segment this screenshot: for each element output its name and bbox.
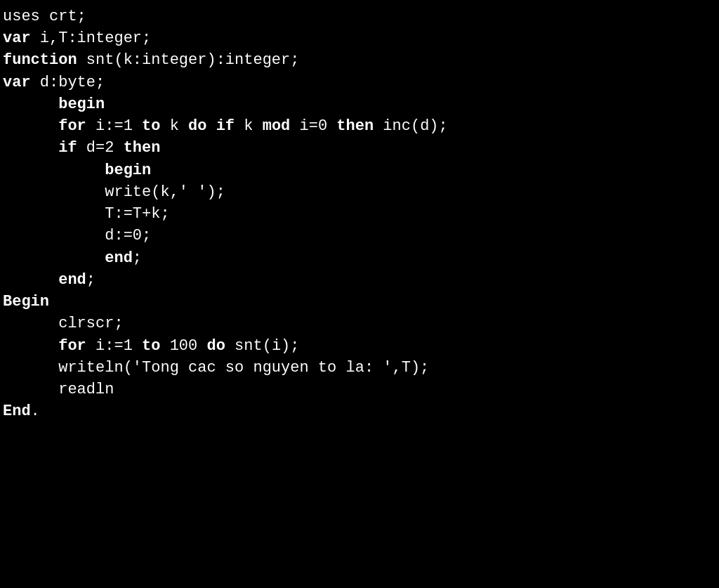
code-line-6: for i:=1 to k do if k mod i=0 then inc(d… <box>3 115 716 137</box>
code-line-4: var d:byte; <box>3 72 716 93</box>
code-line-19: End. <box>3 400 716 422</box>
code-editor: uses crt; var i,T:integer; function snt(… <box>0 0 719 588</box>
code-line-3: function snt(k:integer):integer; <box>3 49 716 71</box>
code-line-9: write(k,' '); <box>3 181 716 203</box>
code-line-11: d:=0; <box>3 225 716 247</box>
code-line-13: end; <box>3 269 716 291</box>
code-line-7: if d=2 then <box>3 137 716 159</box>
code-line-18: readln <box>3 379 716 400</box>
code-line-5: begin <box>3 93 716 115</box>
code-line-16: for i:=1 to 100 do snt(i); <box>3 335 716 357</box>
code-line-2: var i,T:integer; <box>3 27 716 49</box>
code-line-12: end; <box>3 247 716 269</box>
code-line-1: uses crt; <box>3 6 716 27</box>
code-line-14: Begin <box>3 291 716 313</box>
code-line-17: writeln('Tong cac so nguyen to la: ',T); <box>3 357 716 379</box>
code-line-15: clrscr; <box>3 313 716 334</box>
code-line-10: T:=T+k; <box>3 203 716 225</box>
code-line-8: begin <box>3 159 716 181</box>
